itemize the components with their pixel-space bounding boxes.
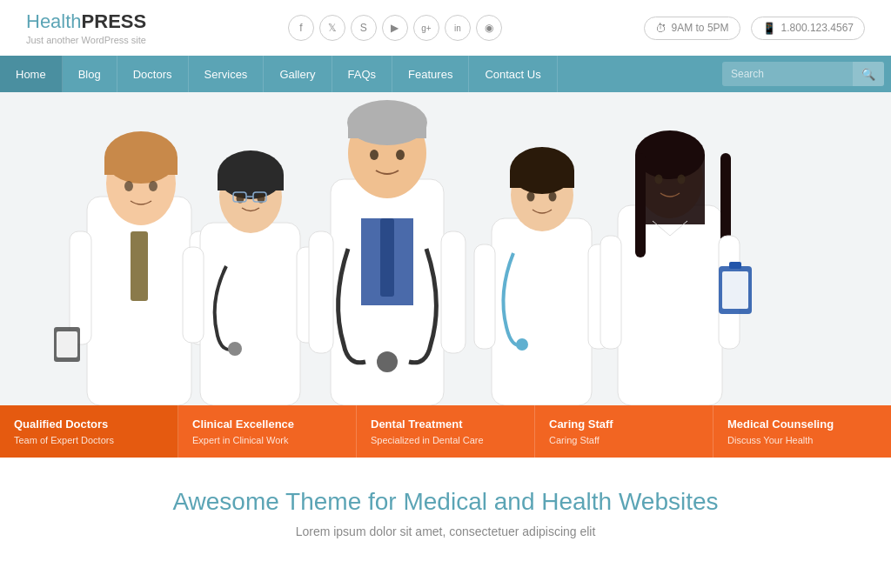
feature-caring-staff[interactable]: Caring Staff Caring Staff bbox=[535, 405, 713, 458]
svg-rect-5 bbox=[104, 157, 178, 175]
svg-point-27 bbox=[377, 351, 398, 372]
bottom-section: Awesome Theme for Medical and Health Web… bbox=[0, 458, 891, 556]
hero-section bbox=[0, 92, 891, 405]
feature-title-3: Caring Staff bbox=[549, 418, 699, 431]
svg-rect-33 bbox=[309, 231, 333, 353]
nav-doctors[interactable]: Doctors bbox=[117, 56, 189, 92]
hours-badge: ⏱ 9AM to 5PM bbox=[644, 17, 740, 40]
feature-sub-1: Expert in Clinical Work bbox=[192, 435, 342, 445]
svg-point-6 bbox=[124, 181, 133, 191]
logo-text: HealthPRESS bbox=[26, 10, 146, 33]
navbar: Home Blog Doctors Services Gallery FAQs … bbox=[0, 56, 891, 92]
svg-rect-35 bbox=[492, 218, 592, 405]
svg-point-41 bbox=[549, 192, 557, 202]
feature-sub-0: Team of Expert Doctors bbox=[14, 435, 164, 445]
nav-features[interactable]: Features bbox=[392, 56, 469, 92]
svg-rect-11 bbox=[57, 331, 77, 357]
svg-point-7 bbox=[149, 181, 157, 191]
search-area: 🔍 bbox=[722, 62, 884, 86]
bottom-title: Awesome Theme for Medical and Health Web… bbox=[17, 488, 874, 516]
search-button[interactable]: 🔍 bbox=[853, 62, 884, 86]
svg-point-50 bbox=[655, 175, 663, 184]
nav-blog[interactable]: Blog bbox=[63, 56, 117, 92]
feature-sub-3: Caring Staff bbox=[549, 435, 699, 445]
feature-medical-counseling[interactable]: Medical Counseling Discuss Your Health bbox=[713, 405, 891, 458]
svg-rect-42 bbox=[474, 244, 495, 349]
svg-rect-48 bbox=[635, 153, 646, 257]
feature-bar: Qualified Doctors Team of Expert Doctors… bbox=[0, 405, 891, 458]
hours-text: 9AM to 5PM bbox=[672, 22, 729, 34]
svg-point-51 bbox=[678, 175, 686, 184]
svg-rect-16 bbox=[218, 175, 284, 190]
nav-items: Home Blog Doctors Services Gallery FAQs … bbox=[0, 56, 715, 92]
feature-sub-4: Discuss Your Health bbox=[727, 435, 877, 445]
clock-icon: ⏱ bbox=[655, 22, 667, 35]
svg-point-36 bbox=[516, 338, 528, 351]
svg-rect-39 bbox=[510, 170, 574, 188]
feature-sub-2: Specialized in Dental Care bbox=[371, 435, 520, 445]
svg-point-31 bbox=[370, 150, 379, 160]
site-header: HealthPRESS Just another WordPress site … bbox=[0, 0, 891, 56]
svg-rect-34 bbox=[441, 231, 466, 353]
svg-point-13 bbox=[228, 342, 242, 356]
svg-rect-22 bbox=[183, 247, 204, 343]
phone-icon: 📱 bbox=[762, 22, 776, 35]
svg-rect-2 bbox=[131, 231, 148, 301]
facebook-icon[interactable]: f bbox=[288, 15, 314, 41]
logo: HealthPRESS Just another WordPress site bbox=[26, 10, 146, 45]
nav-contact[interactable]: Contact Us bbox=[469, 56, 557, 92]
nav-faqs[interactable]: FAQs bbox=[332, 56, 393, 92]
svg-point-32 bbox=[396, 150, 405, 160]
feature-title-4: Medical Counseling bbox=[727, 418, 877, 431]
phone-text: 1.800.123.4567 bbox=[781, 22, 854, 34]
doctors-illustration bbox=[0, 92, 891, 405]
svg-rect-56 bbox=[729, 262, 741, 269]
svg-rect-30 bbox=[348, 123, 426, 138]
logo-health: Health bbox=[26, 10, 82, 32]
svg-rect-55 bbox=[722, 271, 748, 309]
rss-icon[interactable]: ◉ bbox=[476, 15, 502, 41]
phone-badge: 📱 1.800.123.4567 bbox=[751, 17, 865, 40]
logo-press: PRESS bbox=[82, 10, 147, 32]
skype-icon[interactable]: S bbox=[351, 15, 377, 41]
svg-point-40 bbox=[527, 192, 535, 202]
gplus-icon[interactable]: g+ bbox=[413, 15, 439, 41]
svg-rect-26 bbox=[380, 218, 394, 297]
twitter-icon[interactable]: 𝕏 bbox=[319, 15, 345, 41]
feature-title-2: Dental Treatment bbox=[371, 418, 520, 431]
youtube-icon[interactable]: ▶ bbox=[382, 15, 408, 41]
linkedin-icon[interactable]: in bbox=[445, 15, 471, 41]
social-icons-group: f 𝕏 S ▶ g+ in ◉ bbox=[288, 15, 502, 41]
feature-qualified-doctors[interactable]: Qualified Doctors Team of Expert Doctors bbox=[0, 405, 178, 458]
nav-services[interactable]: Services bbox=[189, 56, 265, 92]
search-input[interactable] bbox=[722, 68, 853, 80]
feature-clinical-excellence[interactable]: Clinical Excellence Expert in Clinical W… bbox=[178, 405, 357, 458]
feature-title-1: Clinical Excellence bbox=[192, 418, 342, 431]
contact-info: ⏱ 9AM to 5PM 📱 1.800.123.4567 bbox=[644, 17, 865, 40]
nav-home[interactable]: Home bbox=[0, 56, 63, 92]
logo-subtitle: Just another WordPress site bbox=[26, 35, 146, 45]
feature-dental-treatment[interactable]: Dental Treatment Specialized in Dental C… bbox=[357, 405, 535, 458]
feature-title-0: Qualified Doctors bbox=[14, 418, 164, 431]
svg-rect-52 bbox=[600, 236, 621, 349]
bottom-subtitle: Lorem ipsum dolor sit amet, consectetuer… bbox=[17, 525, 874, 538]
nav-gallery[interactable]: Gallery bbox=[264, 56, 332, 92]
